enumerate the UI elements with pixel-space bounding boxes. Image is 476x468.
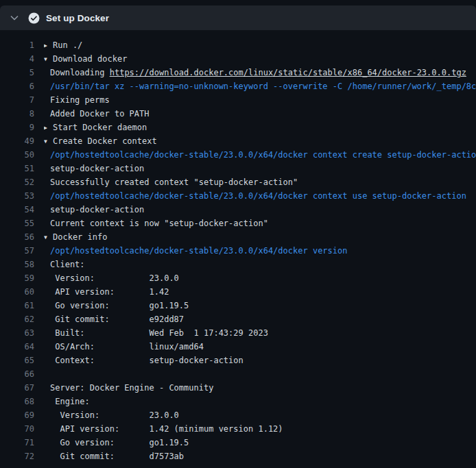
log-text: API version: 1.42: [44, 285, 476, 299]
line-number[interactable]: 56: [0, 230, 34, 244]
log-group-header[interactable]: ▼Download docker: [44, 52, 476, 66]
log-text: Server: Docker Engine - Community: [44, 381, 476, 395]
chevron-right-icon: ▶: [44, 39, 53, 52]
line-number[interactable]: 55: [0, 217, 34, 230]
log-text: Go version: go1.19.5: [44, 299, 476, 312]
group-title: Start Docker daemon: [53, 123, 147, 132]
line-number[interactable]: 67: [0, 381, 34, 395]
log-line: 1▶Run ./: [0, 38, 476, 52]
log-line: 6/usr/bin/tar xz --warning=no-unknown-ke…: [0, 79, 476, 93]
line-number[interactable]: 61: [0, 299, 34, 312]
log-line: 69 Version: 23.0.0: [0, 408, 476, 422]
line-number[interactable]: 60: [0, 285, 34, 299]
log-text: Version: 23.0.0: [44, 271, 476, 285]
line-number[interactable]: 62: [0, 312, 34, 326]
log-line: 61 Go version: go1.19.5: [0, 299, 476, 312]
line-number[interactable]: 58: [0, 258, 34, 271]
log-line: 65 Context: setup-docker-action: [0, 354, 476, 367]
group-title: Run ./: [53, 40, 82, 50]
line-number[interactable]: 49: [0, 134, 34, 148]
log-group-header[interactable]: ▼Docker info: [44, 230, 476, 244]
line-number[interactable]: 70: [0, 422, 34, 436]
line-number[interactable]: 63: [0, 326, 34, 340]
line-number[interactable]: 69: [0, 408, 34, 422]
step-title: Set up Docker: [46, 13, 109, 23]
line-number[interactable]: 9: [0, 121, 34, 134]
step-header[interactable]: Set up Docker: [0, 5, 476, 30]
log-line: 53/opt/hostedtoolcache/docker-stable/23.…: [0, 189, 476, 203]
line-number[interactable]: 64: [0, 340, 34, 354]
log-line: 51setup-docker-action: [0, 162, 476, 175]
log-line: 59 Version: 23.0.0: [0, 271, 476, 285]
line-number[interactable]: 6: [0, 79, 34, 93]
log-text: setup-docker-action: [44, 162, 476, 175]
log-command-text: /opt/hostedtoolcache/docker-stable/23.0.…: [44, 244, 476, 258]
log-text: Successfully created context "setup-dock…: [44, 175, 476, 189]
line-number[interactable]: 52: [0, 175, 34, 189]
log-line: 52Successfully created context "setup-do…: [0, 175, 476, 189]
line-number[interactable]: 59: [0, 271, 34, 285]
group-title: Create Docker context: [53, 136, 157, 146]
log-text: Client:: [44, 258, 476, 271]
log-text: Current context is now "setup-docker-act…: [44, 217, 476, 230]
log-line: 60 API version: 1.42: [0, 285, 476, 299]
line-number[interactable]: 54: [0, 203, 34, 217]
check-circle-icon: [28, 12, 40, 24]
log-link[interactable]: https://download.docker.com/linux/static…: [110, 68, 466, 77]
chevron-down-icon[interactable]: [9, 12, 20, 23]
log-group-header[interactable]: ▼Create Docker context: [44, 134, 476, 148]
log-text: Built: Wed Feb 1 17:43:29 2023: [44, 326, 476, 340]
log-line: 49▼Create Docker context: [0, 134, 476, 148]
log-text: Git commit: e92dd87: [44, 312, 476, 326]
line-number[interactable]: 8: [0, 107, 34, 121]
log-line: 68 Engine:: [0, 395, 476, 408]
chevron-down-icon: ▼: [44, 53, 53, 66]
log-lines: 1▶Run ./4▼Download docker5Downloading ht…: [0, 30, 476, 463]
line-number[interactable]: 1: [0, 38, 34, 52]
line-number[interactable]: 68: [0, 395, 34, 408]
log-line: 9▶Start Docker daemon: [0, 121, 476, 134]
log-line: 57/opt/hostedtoolcache/docker-stable/23.…: [0, 244, 476, 258]
log-line: 8Added Docker to PATH: [0, 107, 476, 121]
log-line: 70 API version: 1.42 (minimum version 1.…: [0, 422, 476, 436]
log-line: 63 Built: Wed Feb 1 17:43:29 2023: [0, 326, 476, 340]
log-line: 67Server: Docker Engine - Community: [0, 381, 476, 395]
log-line: 62 Git commit: e92dd87: [0, 312, 476, 326]
log-line: 58Client:: [0, 258, 476, 271]
log-text: Version: 23.0.0: [44, 408, 476, 422]
log-text: OS/Arch: linux/amd64: [44, 340, 476, 354]
chevron-right-icon: ▶: [44, 121, 53, 134]
log-line: 55Current context is now "setup-docker-a…: [0, 217, 476, 230]
log-group-header[interactable]: ▶Start Docker daemon: [44, 121, 476, 134]
line-number[interactable]: 7: [0, 93, 34, 107]
line-number[interactable]: 50: [0, 148, 34, 162]
group-title: Download docker: [53, 54, 127, 64]
log-command-text: /opt/hostedtoolcache/docker-stable/23.0.…: [44, 148, 476, 162]
line-number[interactable]: 4: [0, 52, 34, 66]
line-number[interactable]: 51: [0, 162, 34, 175]
line-number[interactable]: 66: [0, 367, 34, 381]
log-group-header[interactable]: ▶Run ./: [44, 38, 476, 52]
log-text-prefix: Downloading: [50, 68, 110, 77]
log-text: [44, 367, 476, 381]
line-number[interactable]: 57: [0, 244, 34, 258]
log-line: 72 Git commit: d7573ab: [0, 449, 476, 463]
line-number[interactable]: 53: [0, 189, 34, 203]
log-command-text: /opt/hostedtoolcache/docker-stable/23.0.…: [44, 189, 476, 203]
group-title: Docker info: [53, 232, 107, 242]
log-line: 4▼Download docker: [0, 52, 476, 66]
log-text: Context: setup-docker-action: [44, 354, 476, 367]
log-text: Engine:: [44, 395, 476, 408]
line-number[interactable]: 65: [0, 354, 34, 367]
log-line: 50/opt/hostedtoolcache/docker-stable/23.…: [0, 148, 476, 162]
line-number[interactable]: 5: [0, 66, 34, 79]
line-number[interactable]: 72: [0, 449, 34, 463]
log-text: Git commit: d7573ab: [44, 449, 476, 463]
log-command-text: /usr/bin/tar xz --warning=no-unknown-key…: [44, 79, 476, 93]
line-number[interactable]: 71: [0, 436, 34, 449]
log-line: 56▼Docker info: [0, 230, 476, 244]
log-text: Go version: go1.19.5: [44, 436, 476, 449]
log-line: 7Fixing perms: [0, 93, 476, 107]
log-text: Fixing perms: [44, 93, 476, 107]
log-line: 5Downloading https://download.docker.com…: [0, 66, 476, 79]
